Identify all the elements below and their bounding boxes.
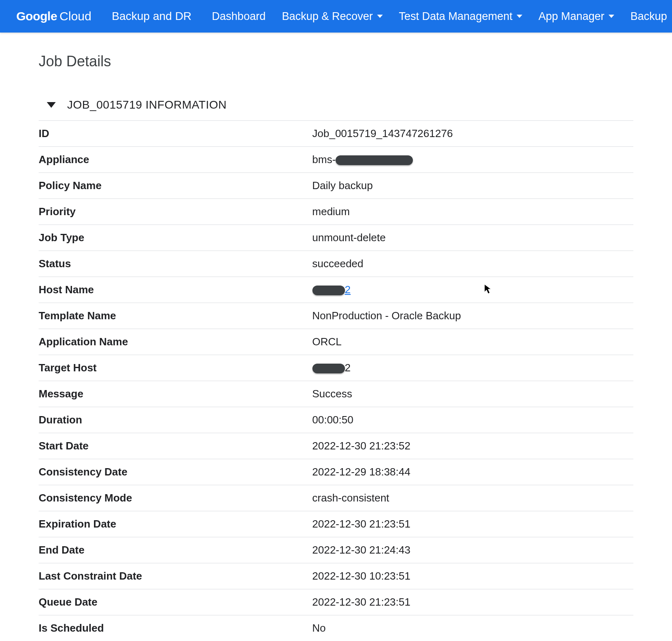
row-value: succeeded <box>312 251 633 277</box>
row-label: Priority <box>39 199 312 225</box>
google-cloud-logo[interactable]: Google Cloud <box>16 9 92 23</box>
chevron-down-icon <box>517 15 522 18</box>
host-name-link[interactable]: 2 <box>345 283 351 296</box>
row-label: Policy Name <box>39 173 312 199</box>
row-value: Job_0015719_143747261276 <box>312 121 633 147</box>
row-value: Daily backup <box>312 173 633 199</box>
table-row: End Date 2022-12-30 21:24:43 <box>39 537 633 563</box>
row-value: 2022-12-29 18:38:44 <box>312 459 633 485</box>
table-row: Priority medium <box>39 199 633 225</box>
table-row: Appliance bms- <box>39 147 633 173</box>
row-label: Target Host <box>39 355 312 381</box>
row-value: NonProduction - Oracle Backup <box>312 303 633 329</box>
row-value: 2 <box>312 277 633 303</box>
table-row: Consistency Date 2022-12-29 18:38:44 <box>39 459 633 485</box>
row-label: Duration <box>39 407 312 433</box>
redacted-pill <box>312 364 345 373</box>
row-label: Appliance <box>39 147 312 173</box>
table-row: Is Scheduled No <box>39 615 633 641</box>
table-row: Job Type unmount-delete <box>39 225 633 251</box>
table-row: Target Host 2 <box>39 355 633 381</box>
row-value: Success <box>312 381 633 407</box>
nav-menu: Dashboard Backup & Recover Test Data Man… <box>212 10 667 23</box>
page-title: Job Details <box>39 53 633 70</box>
nav-item-label: Backup <box>631 10 667 23</box>
table-row: Last Constraint Date 2022-12-30 10:23:51 <box>39 563 633 589</box>
row-label: End Date <box>39 537 312 563</box>
row-value: 00:00:50 <box>312 407 633 433</box>
nav-item-label: Backup & Recover <box>282 10 373 23</box>
section-title-job-info: JOB_0015719 INFORMATION <box>67 98 227 111</box>
row-label: Status <box>39 251 312 277</box>
table-row: Template Name NonProduction - Oracle Bac… <box>39 303 633 329</box>
job-info-table: ID Job_0015719_143747261276 Appliance bm… <box>39 120 633 641</box>
nav-item-label: Dashboard <box>212 10 266 23</box>
row-value: No <box>312 615 633 641</box>
nav-dashboard[interactable]: Dashboard <box>212 10 266 23</box>
section-header-job-info[interactable]: JOB_0015719 INFORMATION <box>39 94 633 116</box>
row-value: ORCL <box>312 329 633 355</box>
row-value: 2022-12-30 10:23:51 <box>312 563 633 589</box>
table-row: ID Job_0015719_143747261276 <box>39 121 633 147</box>
table-row: Expiration Date 2022-12-30 21:23:51 <box>39 511 633 537</box>
redacted-pill <box>336 155 413 165</box>
nav-item-label: Test Data Management <box>399 10 513 23</box>
nav-backup-recover[interactable]: Backup & Recover <box>282 10 383 23</box>
caret-down-icon <box>47 102 56 108</box>
row-label: Template Name <box>39 303 312 329</box>
chevron-down-icon <box>377 15 383 18</box>
row-value: medium <box>312 199 633 225</box>
table-row: Application Name ORCL <box>39 329 633 355</box>
value-text: 2 <box>345 362 351 374</box>
table-row: Policy Name Daily backup <box>39 173 633 199</box>
table-row: Status succeeded <box>39 251 633 277</box>
row-label: Consistency Date <box>39 459 312 485</box>
row-label: Expiration Date <box>39 511 312 537</box>
row-label: Job Type <box>39 225 312 251</box>
table-row: Start Date 2022-12-30 21:23:52 <box>39 433 633 459</box>
nav-app-manager[interactable]: App Manager <box>539 10 614 23</box>
row-value: 2022-12-30 21:23:51 <box>312 589 633 615</box>
row-label: Consistency Mode <box>39 485 312 511</box>
row-value: 2022-12-30 21:23:51 <box>312 511 633 537</box>
row-value: bms- <box>312 147 633 173</box>
row-label: Last Constraint Date <box>39 563 312 589</box>
value-text: bms- <box>312 153 336 166</box>
table-row: Queue Date 2022-12-30 21:23:51 <box>39 589 633 615</box>
nav-test-data-management[interactable]: Test Data Management <box>399 10 522 23</box>
row-label: Application Name <box>39 329 312 355</box>
row-value: 2022-12-30 21:24:43 <box>312 537 633 563</box>
table-row: Consistency Mode crash-consistent <box>39 485 633 511</box>
table-row: Message Success <box>39 381 633 407</box>
nav-backup[interactable]: Backup <box>631 10 667 23</box>
row-value: 2022-12-30 21:23:52 <box>312 433 633 459</box>
chevron-down-icon <box>609 15 614 18</box>
nav-item-label: App Manager <box>539 10 604 23</box>
table-row: Duration 00:00:50 <box>39 407 633 433</box>
product-name[interactable]: Backup and DR <box>112 10 192 23</box>
google-logo-text: Google <box>16 9 57 23</box>
row-label: Host Name <box>39 277 312 303</box>
row-label: Is Scheduled <box>39 615 312 641</box>
row-label: Queue Date <box>39 589 312 615</box>
row-value: crash-consistent <box>312 485 633 511</box>
cloud-logo-text: Cloud <box>59 9 91 23</box>
redacted-pill <box>312 286 345 295</box>
row-value: unmount-delete <box>312 225 633 251</box>
row-label: Start Date <box>39 433 312 459</box>
top-header-bar: Google Cloud Backup and DR Dashboard Bac… <box>0 0 672 33</box>
row-label: Message <box>39 381 312 407</box>
table-row: Host Name 2 <box>39 277 633 303</box>
row-label: ID <box>39 121 312 147</box>
row-value: 2 <box>312 355 633 381</box>
